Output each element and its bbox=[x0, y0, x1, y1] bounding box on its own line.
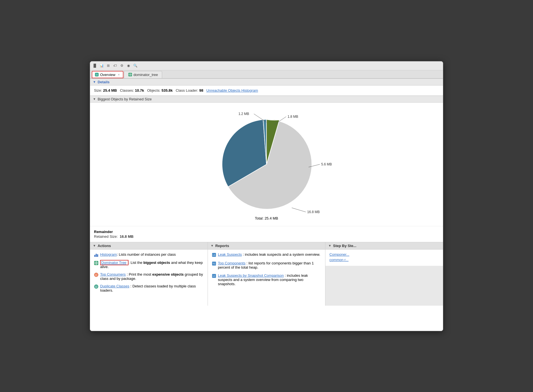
duplicate-link[interactable]: Duplicate Classes bbox=[100, 284, 129, 288]
step-header: ▼ Step By Ste... bbox=[325, 242, 443, 250]
remainder-section: Remainder Retained Size: 16.8 MB bbox=[90, 226, 443, 242]
label-line-168 bbox=[292, 208, 306, 212]
svg-text:TC: TC bbox=[212, 262, 215, 265]
label-56mb: 5.6 MB bbox=[321, 162, 332, 166]
svg-rect-7 bbox=[97, 254, 98, 257]
tab-dominator-tree[interactable]: dominator_tree bbox=[124, 71, 162, 78]
total-label: Total: 25.4 MB bbox=[255, 216, 278, 220]
components-icon: TC bbox=[212, 261, 216, 266]
tab-close-button[interactable]: × bbox=[118, 73, 120, 76]
toolbar-icons: ▐▌ 📊 ⊞ 🏷 ⚙ ◉ 🔍 bbox=[92, 63, 138, 68]
content-area: ▼ Details Size: 25.4 MB Classes: 10.7k O… bbox=[90, 79, 443, 331]
histogram-icon bbox=[94, 253, 98, 257]
step-arrow[interactable]: ▼ bbox=[328, 244, 331, 247]
classes-value: 10.7k bbox=[135, 88, 144, 93]
classloader-label: Class Loader: bbox=[176, 88, 198, 93]
svg-rect-6 bbox=[96, 254, 97, 257]
report-leak-comparison: LC Leak Suspects by Snapshot Comparison … bbox=[212, 273, 321, 286]
label-18mb: 1.8 MB bbox=[288, 115, 298, 119]
histogram-desc: : Lists number of instances per class bbox=[117, 252, 176, 257]
svg-text:C: C bbox=[95, 274, 97, 276]
svg-text:O: O bbox=[96, 73, 98, 76]
domtree-text: Dominator Tree : List the biggest object… bbox=[100, 260, 204, 269]
duplicate-icon: D bbox=[94, 284, 98, 289]
actions-title: Actions bbox=[98, 244, 111, 248]
reports-title: Reports bbox=[215, 244, 229, 248]
size-label: Size: bbox=[94, 88, 102, 93]
leak-suspects-link[interactable]: Leak Suspects bbox=[218, 252, 242, 257]
reports-column: ▼ Reports LS Leak Suspects : includes le… bbox=[208, 242, 326, 306]
search-icon[interactable]: 🔍 bbox=[133, 63, 138, 68]
size-value: 25.4 MB bbox=[103, 88, 117, 93]
consumers-link[interactable]: Top Consumers bbox=[100, 272, 126, 276]
remainder-sub-value: 16.8 MB bbox=[120, 234, 134, 239]
domtree-desc-pre: : List the bbox=[128, 260, 143, 265]
details-header: ▼ Details bbox=[90, 79, 443, 86]
unreachable-objects-link[interactable]: Unreachable Objects Histogram bbox=[206, 88, 258, 93]
details-arrow[interactable]: ▼ bbox=[93, 80, 96, 84]
classes-label: Classes: bbox=[120, 88, 134, 93]
leak-suspects-desc: : includes leak suspects and a system ov… bbox=[243, 252, 320, 257]
step-link-2[interactable]: common r... bbox=[329, 258, 439, 262]
actions-column: ▼ Actions Histogram: Lists number of ins… bbox=[90, 242, 208, 306]
svg-rect-5 bbox=[94, 255, 95, 257]
top-components-text: Top Components : list reports for compon… bbox=[218, 261, 321, 269]
column-chart-icon[interactable]: 📊 bbox=[99, 63, 104, 68]
details-row: Size: 25.4 MB Classes: 10.7k Objects: 53… bbox=[90, 86, 443, 96]
tab-overview[interactable]: O Overview × bbox=[92, 71, 123, 78]
actions-arrow[interactable]: ▼ bbox=[93, 244, 96, 247]
classloader-value: 98 bbox=[199, 88, 203, 93]
leak-icon: LS bbox=[212, 253, 216, 257]
remainder-sub-label: Retained Size: bbox=[94, 234, 118, 239]
consumers-desc-pre: : Print the most bbox=[127, 272, 152, 276]
biggest-objects-arrow[interactable]: ▼ bbox=[93, 97, 96, 101]
histogram-link[interactable]: Histogram bbox=[100, 252, 117, 257]
action-dominator-tree: Dominator Tree : List the biggest object… bbox=[94, 260, 204, 269]
label-12mb: 1.2 MB bbox=[238, 112, 249, 116]
report-leak-suspects: LS Leak Suspects : includes leak suspect… bbox=[212, 252, 321, 257]
step-by-step-column: ▼ Step By Ste... Componer... common r... bbox=[325, 242, 443, 306]
tab-dominator-label: dominator_tree bbox=[134, 73, 158, 77]
grid-icon[interactable]: ⊞ bbox=[106, 63, 111, 68]
histogram-text: Histogram: Lists number of instances per… bbox=[100, 252, 176, 257]
leak-comparison-link[interactable]: Leak Suspects by Snapshot Comparison bbox=[218, 273, 284, 278]
details-title: Details bbox=[98, 80, 110, 84]
leak-comparison-text: Leak Suspects by Snapshot Comparison : i… bbox=[218, 273, 321, 286]
top-components-link[interactable]: Top Components bbox=[218, 261, 245, 265]
comparison-icon: LC bbox=[212, 274, 216, 278]
pie-chart: 16.8 MB 5.6 MB 1.8 MB 1.2 MB bbox=[205, 108, 362, 220]
domtree-tab-icon bbox=[128, 73, 132, 77]
settings-icon[interactable]: ⚙ bbox=[119, 63, 124, 68]
consumers-desc-bold: expensive objects bbox=[152, 272, 184, 276]
label-168mb: 16.8 MB bbox=[307, 210, 320, 214]
remainder-title: Remainder bbox=[94, 230, 439, 234]
remainder-sub: Retained Size: 16.8 MB bbox=[94, 234, 439, 239]
biggest-objects-title: Biggest Objects by Retained Size bbox=[98, 97, 152, 101]
domtree-icon bbox=[94, 261, 98, 265]
biggest-objects-header: ▼ Biggest Objects by Retained Size bbox=[90, 96, 443, 103]
domtree-desc-bold: biggest objects bbox=[143, 260, 170, 265]
main-window: ▐▌ 📊 ⊞ 🏷 ⚙ ◉ 🔍 O Overview × dominator_tr… bbox=[90, 61, 443, 331]
svg-text:D: D bbox=[95, 285, 97, 288]
step-content: Componer... common r... bbox=[325, 250, 443, 266]
circle-icon[interactable]: ◉ bbox=[126, 63, 131, 68]
tab-overview-label: Overview bbox=[100, 73, 115, 77]
toolbar: ▐▌ 📊 ⊞ 🏷 ⚙ ◉ 🔍 bbox=[90, 61, 443, 70]
leak-suspects-text: Leak Suspects : includes leak suspects a… bbox=[218, 252, 320, 257]
action-duplicate-classes: D Duplicate Classes : Detect classes loa… bbox=[94, 284, 204, 292]
consumers-text: Top Consumers : Print the most expensive… bbox=[100, 272, 204, 281]
reports-arrow[interactable]: ▼ bbox=[211, 244, 214, 247]
tabs-bar: O Overview × dominator_tree bbox=[90, 70, 443, 79]
actions-content: Histogram: Lists number of instances per… bbox=[90, 250, 208, 306]
actions-header: ▼ Actions bbox=[90, 242, 208, 250]
domtree-link[interactable]: Dominator Tree bbox=[101, 260, 127, 265]
action-top-consumers: C Top Consumers : Print the most expensi… bbox=[94, 272, 204, 281]
bottom-sections: ▼ Actions Histogram: Lists number of ins… bbox=[90, 242, 443, 306]
overview-tab-icon: O bbox=[95, 73, 99, 77]
chart-area: 16.8 MB 5.6 MB 1.8 MB 1.2 MB Total: 25.4… bbox=[90, 103, 443, 226]
bar-chart-icon[interactable]: ▐▌ bbox=[92, 63, 97, 68]
tag-icon[interactable]: 🏷 bbox=[112, 63, 118, 68]
step-link-1[interactable]: Componer... bbox=[329, 252, 439, 257]
action-histogram: Histogram: Lists number of instances per… bbox=[94, 252, 204, 257]
svg-text:LS: LS bbox=[213, 254, 215, 256]
